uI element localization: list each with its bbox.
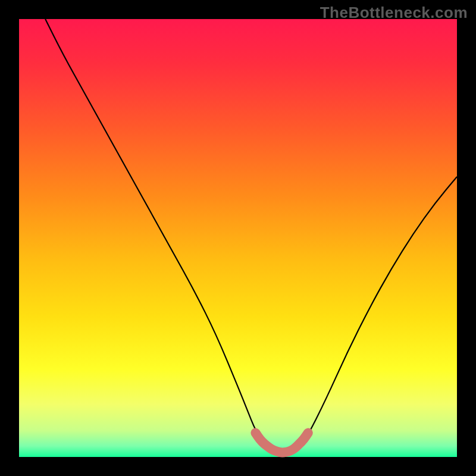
bottleneck-plot (0, 0, 476, 476)
gradient-background (19, 19, 457, 457)
chart-frame: { "watermark": "TheBottleneck.com", "plo… (0, 0, 476, 476)
watermark-text: TheBottleneck.com (320, 4, 468, 22)
